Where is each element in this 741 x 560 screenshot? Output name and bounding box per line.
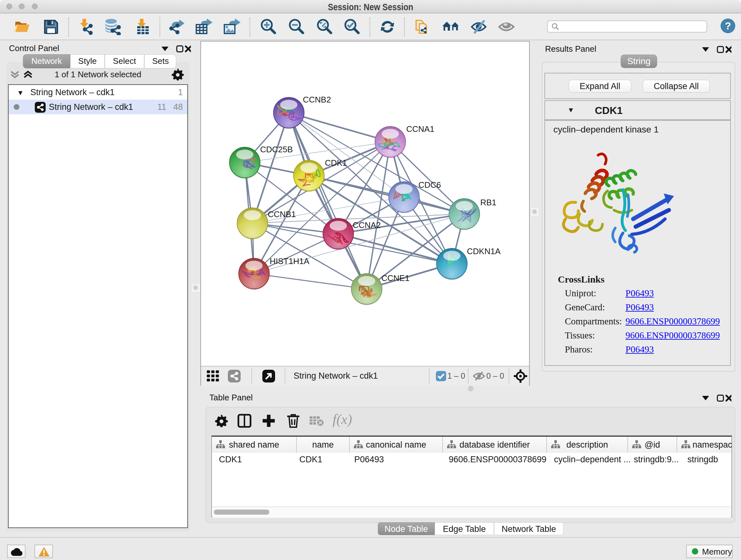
svg-text:?: ? (725, 20, 731, 32)
svg-text:RB1: RB1 (480, 198, 496, 207)
svg-text:CCNA2: CCNA2 (353, 220, 381, 230)
svg-text:CDKN1A: CDKN1A (467, 246, 501, 256)
svg-text:CDC25B: CDC25B (260, 145, 293, 154)
svg-text:CCNB1: CCNB1 (268, 209, 296, 219)
svg-text:CCNB2: CCNB2 (303, 95, 331, 105)
svg-text:CDK1: CDK1 (325, 158, 347, 168)
svg-text:CDC6: CDC6 (418, 180, 441, 190)
svg-text:CCNE1: CCNE1 (381, 273, 409, 283)
svg-text:HIST1H1A: HIST1H1A (270, 256, 310, 266)
svg-text:CCNA1: CCNA1 (406, 124, 434, 134)
